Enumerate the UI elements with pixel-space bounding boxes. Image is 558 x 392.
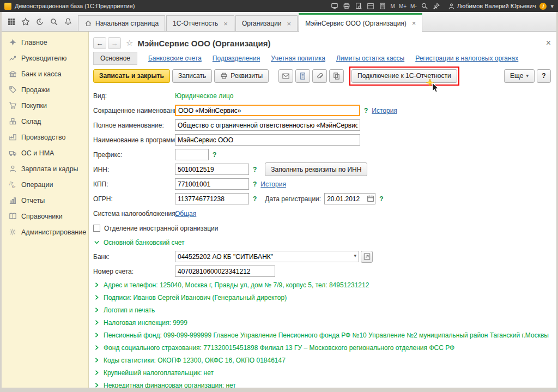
nav-link-bank-accounts[interactable]: Банковские счета	[148, 55, 202, 62]
back-button[interactable]: ←	[93, 37, 106, 49]
app-logo-icon	[4, 3, 11, 10]
tax-system-link[interactable]: Общая	[175, 210, 196, 218]
sidebar-item-main[interactable]: Главное	[2, 34, 88, 50]
program-name-input[interactable]	[175, 134, 360, 146]
field-short-name: Сокращенное наименование: ? История	[93, 103, 556, 118]
short-name-input[interactable]	[175, 105, 360, 116]
tab-1c-reporting[interactable]: 1С-Отчетность ×	[166, 15, 234, 31]
print-preview-icon[interactable]	[355, 2, 363, 10]
tab-label: Начальная страница	[95, 20, 159, 27]
section-statistics-codes[interactable]: Коды статистики: ОКОПФ 12300, ОКФС 16, О…	[93, 354, 556, 366]
close-tab-icon[interactable]: ×	[412, 20, 416, 27]
sidebar-item-purchases[interactable]: Покупки	[2, 98, 88, 113]
memory-m-minus-button[interactable]: M-	[410, 3, 417, 9]
favorites-button[interactable]	[21, 17, 30, 26]
help-icon[interactable]: ?	[364, 107, 368, 114]
favorite-star-icon[interactable]: ☆	[126, 38, 133, 48]
main-menu-button[interactable]	[7, 17, 16, 26]
account-number-input[interactable]	[175, 266, 275, 277]
help-icon[interactable]: ?	[253, 166, 257, 173]
sidebar-item-manager[interactable]: Руководителю	[2, 50, 88, 66]
notifications-button[interactable]	[64, 17, 72, 26]
display-icon[interactable]	[331, 2, 339, 10]
info-icon[interactable]: i	[539, 3, 547, 10]
section-largest-taxpayer[interactable]: Крупнейший налогоплательщик: нет	[93, 366, 556, 379]
section-tax-inspection[interactable]: Налоговая инспекция: 9999	[93, 316, 556, 329]
nav-tab-main[interactable]: Основное	[93, 52, 137, 65]
sidebar-item-sales[interactable]: Продажи	[2, 82, 88, 98]
help-icon[interactable]: ?	[379, 195, 383, 203]
section-main-bank-account[interactable]: Основной банковский счет	[93, 236, 556, 249]
bank-dropdown-icon[interactable]: ▾	[354, 253, 356, 258]
sidebar-item-fixed-assets[interactable]: ОС и НМА	[2, 145, 88, 161]
tab-home[interactable]: Начальная страница	[78, 15, 165, 31]
memory-m-button[interactable]: M	[391, 3, 395, 9]
full-name-input[interactable]	[175, 119, 360, 131]
fill-by-inn-button[interactable]: Заполнить реквизиты по ИНН	[265, 162, 367, 176]
open-bank-account-button[interactable]	[361, 251, 373, 263]
tab-organization-mainservice[interactable]: МэйнСервис ООО (Организация) ×	[299, 13, 422, 32]
titlebar-menu-icon[interactable]: ▾	[550, 3, 554, 10]
section-social-insurance[interactable]: Фонд социального страхования: 7713200154…	[93, 341, 556, 354]
close-tab-icon[interactable]: ×	[287, 20, 292, 27]
help-button[interactable]: ?	[537, 69, 551, 83]
memory-m-plus-button[interactable]: M+	[399, 3, 407, 9]
section-logo-stamp[interactable]: Логотип и печать	[93, 304, 556, 316]
foreign-branch-checkbox[interactable]: Отделение иностранной организации	[93, 221, 556, 236]
more-button[interactable]: Еще ▾	[504, 69, 535, 83]
search-button[interactable]	[50, 17, 58, 26]
nav-link-cash-limits[interactable]: Лимиты остатка кассы	[336, 55, 404, 62]
chevron-right-icon	[93, 331, 100, 339]
sidebar-item-bank-cash[interactable]: Банк и касса	[2, 66, 88, 82]
field-prefix: Префикс: ?	[93, 147, 556, 162]
sidebar-item-directories[interactable]: Справочники	[2, 208, 88, 224]
connect-1c-reporting-button[interactable]: Подключение к 1С-Отчетности	[351, 69, 457, 83]
requisites-button[interactable]: Реквизиты	[214, 69, 269, 83]
nav-link-tax-registrations[interactable]: Регистрации в налоговых органах	[415, 55, 518, 62]
related-documents-button[interactable]	[329, 69, 344, 83]
pin-icon[interactable]	[433, 2, 441, 10]
save-close-button[interactable]: Записать и закрыть	[93, 69, 170, 83]
printer-icon[interactable]	[343, 2, 351, 10]
calculator-icon[interactable]	[379, 2, 387, 10]
calendar-icon[interactable]	[367, 2, 375, 10]
sidebar-item-operations[interactable]: ДтКт Операции	[2, 177, 88, 192]
section-non-credit-financial[interactable]: Некредитная финансовая организация: нет	[93, 379, 556, 388]
kpp-history-link[interactable]: История	[260, 180, 286, 188]
calendar-icon[interactable]	[367, 195, 374, 204]
help-icon[interactable]: ?	[253, 180, 257, 188]
help-icon[interactable]: ?	[253, 195, 257, 203]
nav-link-departments[interactable]: Подразделения	[213, 55, 260, 62]
tab-organizations[interactable]: Организации ×	[235, 15, 298, 31]
sidebar-item-reports[interactable]: Отчеты	[2, 192, 88, 208]
sidebar-item-payroll-hr[interactable]: Зарплата и кадры	[2, 161, 88, 177]
sidebar-item-administration[interactable]: Администрирование	[2, 224, 88, 240]
attachments-button[interactable]	[312, 69, 327, 83]
section-pension-fund[interactable]: Пенсионный фонд: 099-099-999999 Главное …	[93, 329, 556, 341]
save-button[interactable]: Записать	[172, 69, 212, 83]
tab-label: МэйнСервис ООО (Организация)	[305, 20, 407, 27]
history-button[interactable]	[35, 17, 44, 26]
forward-button[interactable]: →	[108, 37, 121, 49]
chevron-right-icon	[93, 319, 100, 326]
bank-input[interactable]	[175, 251, 359, 262]
mail-button[interactable]	[278, 69, 293, 83]
close-form-icon[interactable]: ×	[546, 38, 551, 48]
sidebar-item-warehouse[interactable]: Склад	[2, 113, 88, 129]
prefix-input[interactable]	[175, 149, 209, 160]
current-user[interactable]: Любимов Валерий Юрьевич	[448, 3, 536, 10]
checkbox-box[interactable]	[93, 225, 100, 232]
ogrn-input[interactable]	[175, 193, 249, 204]
kpp-input[interactable]	[175, 178, 249, 190]
user-icon	[448, 3, 455, 10]
close-tab-icon[interactable]: ×	[223, 20, 228, 27]
sidebar-item-production[interactable]: Производство	[2, 129, 88, 145]
inn-input[interactable]	[175, 164, 249, 175]
help-icon[interactable]: ?	[213, 151, 216, 159]
section-address-phone[interactable]: Адрес и телефон: 125040, Москва г, Правд…	[93, 279, 556, 291]
short-name-history-link[interactable]: История	[372, 107, 397, 114]
report-button[interactable]	[295, 69, 310, 83]
nav-link-accounting-policy[interactable]: Учетная политика	[271, 55, 325, 62]
section-signatures[interactable]: Подписи: Иванов Сергей Иванович (Генерал…	[93, 291, 556, 304]
zoom-icon[interactable]	[421, 2, 429, 10]
